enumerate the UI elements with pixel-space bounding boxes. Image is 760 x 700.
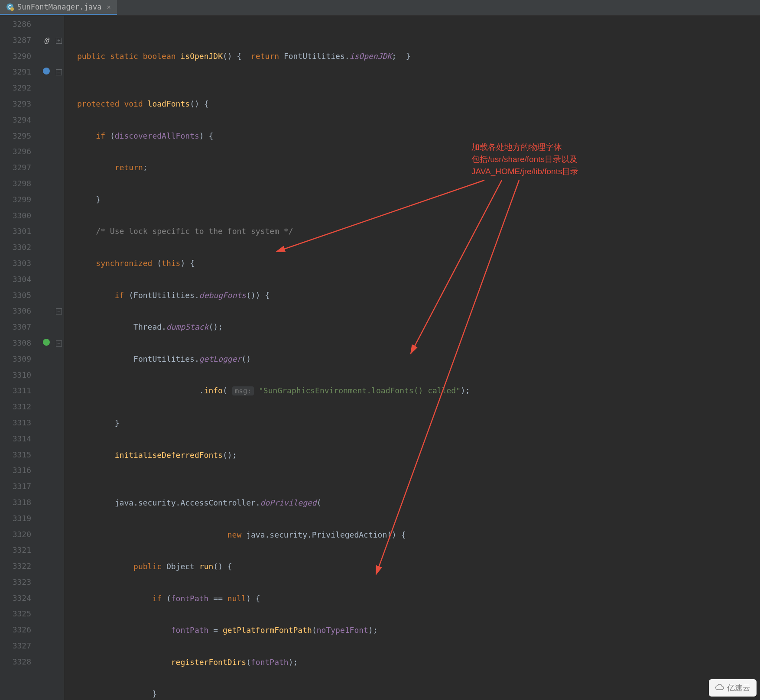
- line-number: 3301: [8, 224, 31, 240]
- line-number: 3320: [8, 527, 31, 543]
- line-number: 3298: [8, 176, 31, 192]
- svg-line-3: [276, 180, 484, 252]
- fold-expand-icon[interactable]: +: [56, 38, 62, 44]
- line-number: 3325: [8, 606, 31, 622]
- fold-collapse-icon[interactable]: −: [56, 340, 62, 347]
- cloud-icon: [715, 684, 724, 693]
- line-number: 3321: [8, 542, 31, 558]
- line-number: 3308: [8, 335, 31, 351]
- line-number: 3304: [8, 272, 31, 288]
- annotation-marker-icon: @: [44, 36, 49, 45]
- code-line: fontPath = getPlatformFontPath(noType1Fo…: [77, 622, 760, 638]
- line-number: 3291: [8, 64, 31, 80]
- line-number: 3295: [8, 128, 31, 144]
- line-number: 3294: [8, 112, 31, 128]
- override-icon[interactable]: [43, 339, 50, 346]
- code-area[interactable]: public static boolean isOpenJDK() { retu…: [64, 16, 760, 700]
- line-number: 3296: [8, 144, 31, 160]
- line-number: 3319: [8, 511, 31, 527]
- line-number: 3311: [8, 383, 31, 399]
- line-number: 3315: [8, 447, 31, 463]
- line-number: 3305: [8, 288, 31, 304]
- code-line: registerFontDirs(fontPath);: [77, 655, 760, 671]
- line-number: 3293: [8, 96, 31, 112]
- line-number: 3317: [8, 479, 31, 495]
- close-icon[interactable]: ✕: [107, 3, 110, 11]
- line-number: 3322: [8, 558, 31, 574]
- watermark: 亿速云: [709, 679, 757, 697]
- line-number: 3303: [8, 256, 31, 272]
- line-number: 3306: [8, 303, 31, 319]
- line-number: 3313: [8, 415, 31, 431]
- tab-bar: C SunFontManager.java ✕: [0, 0, 760, 16]
- line-number: 3327: [8, 638, 31, 654]
- implements-icon[interactable]: [43, 68, 50, 75]
- code-editor[interactable]: 3286328732903291329232933294329532963297…: [0, 16, 760, 700]
- line-number: 3307: [8, 319, 31, 335]
- icon-gutter: @: [39, 16, 54, 700]
- line-number: 3328: [8, 654, 31, 670]
- annotation-arrows: [64, 16, 671, 622]
- tab-filename: SunFontManager.java: [17, 3, 101, 11]
- line-number: 3297: [8, 160, 31, 176]
- line-number: 3314: [8, 431, 31, 447]
- line-number: 3326: [8, 622, 31, 638]
- line-number: 3310: [8, 367, 31, 383]
- svg-line-5: [376, 180, 519, 574]
- line-number: 3323: [8, 574, 31, 590]
- line-number: 3287: [8, 32, 31, 49]
- line-number: 3318: [8, 495, 31, 511]
- fold-collapse-icon[interactable]: −: [56, 308, 62, 314]
- svg-point-2: [10, 7, 14, 11]
- java-class-icon: C: [6, 3, 14, 11]
- fold-gutter: + − − −: [54, 16, 64, 700]
- line-number: 3302: [8, 240, 31, 256]
- line-number: 3324: [8, 590, 31, 606]
- line-number: 3300: [8, 208, 31, 224]
- fold-collapse-icon[interactable]: −: [56, 69, 62, 75]
- code-line: }: [77, 686, 760, 700]
- line-number: 3290: [8, 49, 31, 65]
- line-number: 3286: [8, 16, 31, 32]
- line-number: 3312: [8, 399, 31, 415]
- line-number: 3299: [8, 192, 31, 208]
- line-number: 3309: [8, 351, 31, 367]
- file-tab[interactable]: C SunFontManager.java ✕: [0, 0, 117, 15]
- line-number-gutter: 3286328732903291329232933294329532963297…: [0, 16, 39, 700]
- line-number: 3316: [8, 463, 31, 479]
- line-number: 3292: [8, 80, 31, 96]
